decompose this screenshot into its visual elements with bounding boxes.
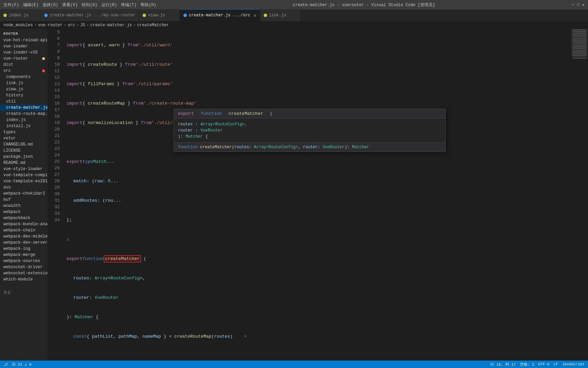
- code-line-20: const { pathList, pathMap, nameMap } = c…: [67, 333, 568, 340]
- menu-goto[interactable]: 转到(G): [82, 2, 97, 8]
- label: create-matcher.js: [6, 105, 48, 110]
- breadcrumb-item[interactable]: src: [68, 23, 75, 28]
- js-icon: [143, 14, 146, 17]
- menu-bar[interactable]: 文件(F) 编辑(E) 选择(S) 查看(V) 转到(G) 运行(R) 终端(T…: [3, 2, 156, 8]
- minimize-button[interactable]: —: [572, 2, 574, 7]
- code-line-19: ): Matcher {: [67, 314, 568, 320]
- label: webpack-log: [3, 246, 30, 251]
- label: create-route-map.js: [6, 111, 48, 116]
- param-label-routes: routes: [178, 122, 193, 127]
- status-encoding[interactable]: UTF-8: [538, 362, 550, 366]
- sidebar-item-webpack-chokidar[interactable]: webpack-chokidar2: [0, 190, 48, 197]
- sidebar-item-dev-server[interactable]: webpack-dev-server: [0, 240, 48, 246]
- breadcrumb-item[interactable]: create-matcher.js: [90, 23, 132, 28]
- maximize-button[interactable]: □: [577, 2, 579, 7]
- status-spaces[interactable]: 空格: 2: [520, 362, 534, 367]
- sidebar-item-changelog[interactable]: CHANGELOG.md: [0, 141, 48, 148]
- sidebar-item-src[interactable]: src: [0, 68, 48, 74]
- sidebar-item-webpack-sources[interactable]: webpack-sources: [0, 258, 48, 264]
- label: CHANGELOG.md: [3, 142, 33, 147]
- sidebar-item-buf[interactable]: buf: [0, 197, 48, 203]
- sidebar-item-vue-loader[interactable]: vue-loader: [0, 43, 48, 49]
- sidebar-item-vue-loader-v16[interactable]: vue-loader-v16: [0, 49, 48, 56]
- code-editor[interactable]: 5 6 7 8 9 10 11 12 13 14 15 16 17 18 19 …: [48, 29, 571, 361]
- sidebar-item-hot-reload[interactable]: vue-hot-reload-api: [0, 37, 48, 43]
- statusbar-left: ⎇ ⓪ 31 △ 0: [3, 362, 31, 367]
- menu-edit[interactable]: 编辑(E): [23, 2, 39, 8]
- sidebar-item-license[interactable]: LICENSE: [0, 148, 48, 154]
- sidebar-item-vetur[interactable]: vetur: [0, 135, 48, 141]
- ts-icon: [44, 14, 48, 17]
- tab-label: create-matcher.js .../my-vue-router: [50, 13, 135, 18]
- sidebar-item-dist[interactable]: dist: [0, 62, 48, 68]
- sidebar-item-dev-middleware[interactable]: webpack-dev-middleware: [0, 233, 48, 240]
- sidebar-item-create-route-map[interactable]: create-route-map.js: [0, 111, 48, 117]
- menu-file[interactable]: 文件(F): [3, 2, 19, 8]
- close-button[interactable]: ✕: [582, 2, 585, 7]
- sidebar-item-websocket-driver[interactable]: websocket-driver: [0, 264, 48, 270]
- ts-icon: [183, 14, 187, 17]
- sidebar-item-webpack[interactable]: webpack: [0, 209, 48, 215]
- sidebar-item-template-compiler[interactable]: vue-template-compiler: [0, 172, 48, 178]
- sidebar-item-aus[interactable]: aus: [0, 184, 48, 190]
- code-line-17: routes: Array<RouteConfig>,: [67, 275, 568, 281]
- sidebar-item-websocket-ext[interactable]: websocket-extensions: [0, 270, 48, 276]
- autocomplete-header: export function createMatcher (: [174, 109, 445, 119]
- sidebar-item-webpackback[interactable]: webpackback: [0, 215, 48, 221]
- window-controls[interactable]: — □ ✕: [572, 2, 585, 7]
- sidebar-item-webpack-log[interactable]: webpack-log: [0, 246, 48, 252]
- status-errors[interactable]: ⓪ 31 △ 0: [12, 362, 31, 367]
- sidebar-item-vue-router[interactable]: vue-router: [0, 56, 48, 62]
- breadcrumb-item[interactable]: vue-router: [38, 23, 63, 28]
- sidebar-item-create-matcher[interactable]: create-matcher.js 9+: [0, 105, 48, 111]
- menu-select[interactable]: 选择(S): [43, 2, 58, 8]
- tab-create-matcher-1[interactable]: create-matcher.js .../my-vue-router: [41, 9, 139, 21]
- tab-view-js[interactable]: view.js: [139, 9, 180, 21]
- code-line-7: import { fillParams } from './util/param…: [67, 81, 568, 87]
- label: link.js: [6, 81, 23, 86]
- tab-close-icon[interactable]: ✕: [254, 13, 256, 18]
- menu-terminal[interactable]: 终端(T): [121, 2, 137, 8]
- status-language[interactable]: JavaScript: [562, 362, 585, 366]
- tab-label: link.js: [269, 13, 286, 18]
- sidebar-item-readme[interactable]: README.md: [0, 160, 48, 166]
- label: view.js: [6, 87, 23, 92]
- menu-view[interactable]: 查看(V): [62, 2, 78, 8]
- sidebar-item-util[interactable]: util: [0, 98, 48, 105]
- minimap-viewport[interactable]: [571, 29, 588, 56]
- window-title: create-matcher.js - vuerouter - Visual S…: [293, 2, 435, 8]
- sidebar-item-package[interactable]: package.json: [0, 154, 48, 160]
- tab-create-matcher-2[interactable]: create-matcher.js .../src ✕: [180, 9, 260, 21]
- statusbar-right: 行 16, 列 17 空格: 2 UTF-8 LF JavaScript: [490, 362, 585, 367]
- statusbar: ⎇ ⓪ 31 △ 0 行 16, 列 17 空格: 2 UTF-8 LF Jav…: [0, 361, 588, 368]
- sidebar-item-history[interactable]: history: [0, 92, 48, 98]
- status-line-ending[interactable]: LF: [554, 362, 558, 366]
- js-icon: [3, 14, 7, 17]
- sidebar-item-bundle-analyzer[interactable]: webpack-bundle-analyzer: [0, 221, 48, 227]
- sidebar-item-webpack-chain[interactable]: webpack-chain: [0, 227, 48, 233]
- sidebar-header: ROUTER: [0, 29, 48, 37]
- sidebar-item-wcwidth[interactable]: wcwidth: [0, 203, 48, 209]
- menu-run[interactable]: 运行(R): [101, 2, 117, 8]
- sidebar-item-components[interactable]: components: [0, 74, 48, 80]
- breadcrumb-item[interactable]: createMatcher: [137, 23, 169, 28]
- tab-index-js[interactable]: index.js: [0, 9, 41, 21]
- breadcrumb-item[interactable]: JS: [80, 23, 85, 28]
- sidebar-item-link-js[interactable]: link.js: [0, 80, 48, 86]
- sidebar-item-index-js[interactable]: index.js: [0, 117, 48, 123]
- sidebar-item-style-loader[interactable]: vue-style-loader: [0, 166, 48, 172]
- tab-link-js[interactable]: link.js: [260, 9, 301, 21]
- sidebar-item-which-module[interactable]: which-module: [0, 276, 48, 282]
- breadcrumb-item[interactable]: node_modules: [3, 23, 33, 28]
- sidebar-item-view-js[interactable]: view.js: [0, 86, 48, 92]
- sidebar-item-install-js[interactable]: install.js: [0, 123, 48, 129]
- status-position[interactable]: 行 16, 列 17: [490, 362, 516, 367]
- code-content[interactable]: import { assert, warn } from './util/war…: [63, 29, 571, 361]
- autocomplete-popup: export function createMatcher ( routes :…: [174, 109, 446, 152]
- sidebar-item-types[interactable]: types: [0, 129, 48, 135]
- label: LICENSE: [3, 148, 20, 153]
- sidebar-item-webpack-merge[interactable]: webpack-merge: [0, 252, 48, 258]
- sidebar-item-template-es2015[interactable]: vue-template-es2015-compil...: [0, 178, 48, 184]
- label: webpack-dev-server: [3, 240, 48, 245]
- menu-help[interactable]: 帮助(H): [141, 2, 156, 8]
